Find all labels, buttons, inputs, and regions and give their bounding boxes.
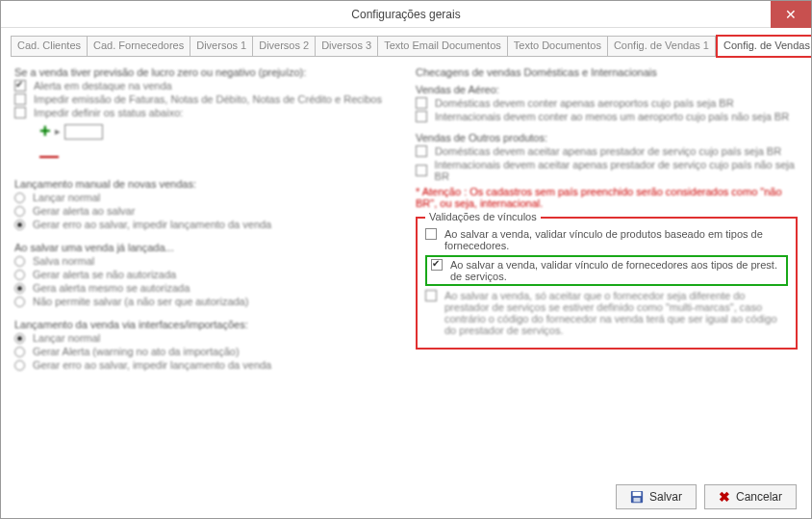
group-validacoes: Validações de vínculos Ao salvar a venda… (416, 217, 798, 350)
left-column: Se a venda tiver previsão de lucro zero … (14, 66, 396, 373)
radio-gerar-erro-salvar-1[interactable] (14, 220, 25, 230)
heading-lancamento-manual: Lançamento manual de novas vendas: (14, 178, 396, 190)
heading-lancamento-interfaces: Lançamento da venda via interfaces/impor… (14, 319, 396, 330)
tab-texto-doc[interactable]: Texto Documentos (508, 37, 608, 56)
label-validar-produtos: Ao salvar a venda, validar vínculo de pr… (444, 228, 788, 251)
chk-multi-marcas[interactable] (425, 290, 437, 301)
radio-salva-normal[interactable] (14, 256, 25, 267)
minus-icon[interactable]: — (39, 144, 59, 167)
svg-rect-1 (633, 492, 642, 496)
tab-config-vendas1[interactable]: Config. de Vendas 1 (608, 37, 716, 56)
close-icon: ✕ (785, 7, 797, 22)
chk-alerta-destaque[interactable] (14, 80, 26, 91)
radio-gerar-alerta-warning[interactable] (14, 347, 25, 357)
radio-nao-permite-salvar[interactable] (14, 297, 25, 307)
status-input[interactable] (64, 124, 103, 140)
save-icon (630, 490, 644, 504)
heading-vendas-aereo: Vendas de Aéreo: (416, 84, 798, 95)
radio-lancar-normal-2[interactable] (14, 333, 25, 344)
radio-gerar-alerta-salvar[interactable] (14, 206, 25, 217)
window-title: Configurações gerais (351, 8, 460, 21)
chk-impedir-status[interactable] (14, 107, 26, 118)
cancel-button[interactable]: ✖ Cancelar (704, 484, 797, 509)
chk-domesticas-outros[interactable] (416, 145, 427, 157)
radio-lancar-normal-1[interactable] (14, 193, 25, 203)
tab-diversos2[interactable]: Diversos 2 (253, 37, 316, 56)
tab-cad-fornecedores[interactable]: Cad. Fornecedores (88, 37, 190, 56)
tab-cad-clientes[interactable]: Cad. Clientes (12, 37, 88, 56)
cancel-icon: ✖ (719, 489, 730, 505)
group-title: Validações de vínculos (425, 211, 541, 222)
titlebar: Configurações gerais ✕ (1, 1, 811, 28)
heading-checagens: Checagens de vendas Domésticas e Interna… (416, 66, 798, 78)
close-button[interactable]: ✕ (771, 1, 811, 28)
label-validar-fornecedores: Ao salvar a venda, validar vínculo de fo… (450, 259, 782, 282)
svg-rect-2 (633, 498, 640, 502)
tab-diversos3[interactable]: Diversos 3 (316, 37, 378, 56)
tab-diversos1[interactable]: Diversos 1 (190, 37, 253, 56)
radio-gerar-erro-salvar-2[interactable] (14, 360, 25, 371)
footer-buttons: Salvar ✖ Cancelar (616, 484, 797, 509)
status-drag-icon[interactable]: ▸ (55, 125, 61, 138)
heading-lucro: Se a venda tiver previsão de lucro zero … (14, 66, 396, 78)
tab-config-vendas2[interactable]: Config. de Vendas 2 (716, 35, 812, 58)
label-multi-marcas: Ao salvar a venda, só aceitar que o forn… (444, 290, 788, 336)
save-button[interactable]: Salvar (616, 484, 697, 509)
plus-icon[interactable]: + (39, 120, 51, 143)
right-column: Checagens de vendas Domésticas e Interna… (416, 66, 798, 373)
chk-validar-fornecedores[interactable] (431, 259, 443, 271)
chk-validar-produtos[interactable] (425, 228, 437, 240)
chk-domesticas-aereo[interactable] (416, 97, 427, 109)
heading-salvar-venda: Ao salvar uma venda já lançada... (14, 242, 396, 253)
chk-impedir-emissao[interactable] (14, 93, 26, 105)
chk-internacionais-aereo[interactable] (416, 111, 427, 122)
heading-vendas-outros: Vendas de Outros produtos: (416, 132, 798, 143)
tab-strip: Cad. Clientes Cad. Fornecedores Diversos… (11, 36, 801, 57)
chk-internacionais-outros[interactable] (416, 165, 427, 176)
radio-alerta-autorizada[interactable] (14, 283, 25, 294)
tab-texto-email[interactable]: Texto Email Documentos (378, 37, 508, 56)
warning-text: * Atenção : Os cadastros sem país preenc… (416, 186, 798, 209)
radio-alerta-nao-autorizada[interactable] (14, 270, 25, 280)
